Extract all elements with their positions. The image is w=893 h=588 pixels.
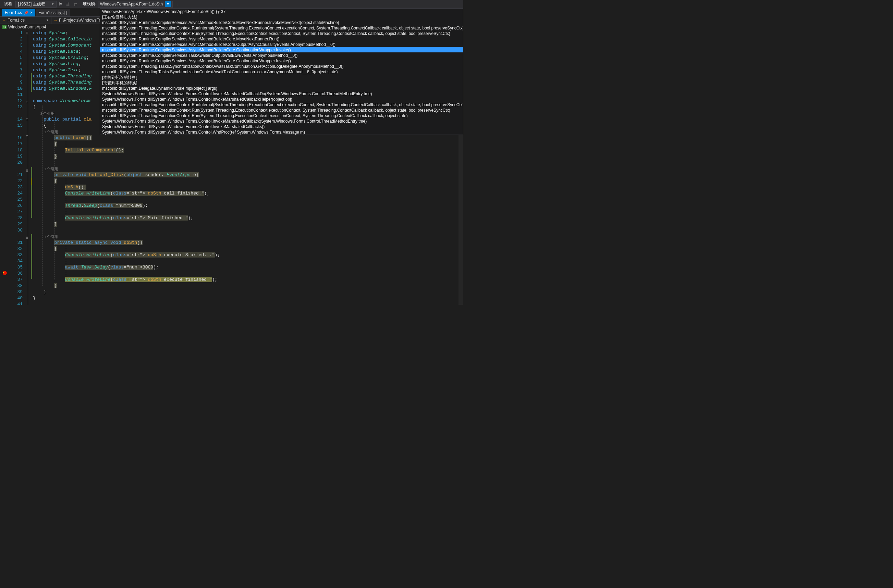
codelens-references[interactable]: 1 个引用 [33, 234, 463, 240]
line-number: 15 [10, 123, 23, 129]
line-number: 35 [10, 264, 23, 270]
chevron-down-icon: ▼ [46, 18, 49, 22]
callstack-frame[interactable]: [正在恢复异步方法] [100, 14, 463, 20]
callstack-frame[interactable]: System.Windows.Forms.dll!System.Windows.… [100, 129, 463, 135]
line-number: 1 [10, 30, 23, 36]
code-line[interactable]: private static async void doSth() [33, 240, 463, 246]
nav-left-text: Form1.cs [8, 18, 25, 22]
callstack-frame[interactable]: System.Windows.Forms.dll!System.Windows.… [100, 124, 463, 129]
nav-member-dropdown[interactable]: → F:\Projects\WindowsFor [51, 17, 105, 24]
code-line[interactable]: } [33, 221, 463, 227]
line-number: 17 [10, 141, 23, 147]
tab-form1-cs[interactable]: Form1.cs 📌 × [2, 9, 35, 16]
line-number: 36 [10, 270, 23, 277]
callstack-frame[interactable]: mscorlib.dll!System.Threading.ExecutionC… [100, 30, 463, 36]
callstack-frame[interactable]: mscorlib.dll!System.Threading.ExecutionC… [100, 112, 463, 118]
thread-dropdown[interactable]: [19632] 主线程 ▼ [15, 1, 57, 8]
code-line[interactable]: Console.WriteLine(class="str">"Main fini… [33, 215, 463, 221]
svg-text:C#: C# [3, 26, 6, 29]
callstack-frame[interactable]: System.Windows.Forms.dll!System.Windows.… [100, 118, 463, 124]
current-line-arrow-icon: ➤ [2, 270, 5, 276]
callstack-frame[interactable]: mscorlib.dll!System.Runtime.CompilerServ… [100, 47, 463, 52]
nav-right-text: F:\Projects\WindowsFor [59, 18, 102, 22]
line-number: 21 [10, 172, 23, 178]
line-number: 10 [10, 86, 23, 92]
code-line[interactable] [33, 258, 463, 264]
line-number: 38 [10, 283, 23, 289]
callstack-frame[interactable]: mscorlib.dll!System.Delegate.DynamicInvo… [100, 85, 463, 91]
thread-show-icon[interactable]: ⇄ [72, 1, 78, 7]
line-number: 27 [10, 209, 23, 215]
callstack-frame[interactable]: mscorlib.dll!System.Runtime.CompilerServ… [100, 20, 463, 25]
line-number: 37 [10, 277, 23, 283]
line-number: 26 [10, 203, 23, 209]
line-number: 20 [10, 160, 23, 166]
code-line[interactable]: } [33, 283, 463, 289]
callstack-frame[interactable]: mscorlib.dll!System.Runtime.CompilerServ… [100, 52, 463, 58]
line-number: 28 [10, 215, 23, 221]
callstack-frame[interactable]: System.Windows.Forms.dll!System.Windows.… [100, 91, 463, 96]
callstack-frame[interactable]: mscorlib.dll!System.Runtime.CompilerServ… [100, 36, 463, 41]
callstack-frame[interactable]: mscorlib.dll!System.Threading.ExecutionC… [100, 107, 463, 112]
callstack-frame[interactable]: [托管到本机的转换] [100, 80, 463, 85]
breakpoint-margin[interactable]: ➤ [0, 30, 10, 305]
line-number: 11 [10, 92, 23, 98]
line-number: 34 [10, 258, 23, 264]
line-number: 6 [10, 61, 23, 67]
line-number: 40 [10, 295, 23, 302]
thread-filter-icon[interactable]: ⇶ [65, 1, 71, 7]
callstack-dropdown-list[interactable]: WindowsFormsApp4.exe!WindowsFormsApp4.Fo… [100, 8, 463, 135]
code-line[interactable]: } [33, 295, 463, 302]
code-line[interactable] [33, 227, 463, 234]
pin-icon[interactable]: 📌 [24, 11, 28, 15]
callstack-frame[interactable]: mscorlib.dll!System.Runtime.CompilerServ… [100, 58, 463, 63]
code-line[interactable]: } [33, 153, 463, 160]
code-line[interactable]: Console.WriteLine(class="str">"doSth exe… [33, 277, 463, 283]
callstack-frame[interactable]: mscorlib.dll!System.Threading.Tasks.Sync… [100, 69, 463, 74]
code-line[interactable] [33, 209, 463, 215]
code-line[interactable]: doSth(); [33, 184, 463, 190]
code-line[interactable]: { [33, 178, 463, 184]
code-line[interactable] [33, 302, 463, 305]
hex-icon[interactable]: ⁝ [174, 1, 180, 7]
code-line[interactable]: public Form1() [33, 135, 463, 141]
callstack-frame[interactable]: WindowsFormsApp4.exe!WindowsFormsApp4.Fo… [100, 9, 463, 14]
close-icon[interactable]: × [30, 10, 33, 15]
callstack-frame[interactable]: mscorlib.dll!System.Threading.Tasks.Sync… [100, 63, 463, 69]
callstack-frame[interactable]: mscorlib.dll!System.Threading.ExecutionC… [100, 102, 463, 107]
line-number: 18 [10, 147, 23, 153]
line-number: 25 [10, 196, 23, 203]
callstack-frame[interactable]: mscorlib.dll!System.Threading.ExecutionC… [100, 25, 463, 30]
tab-form1-designer[interactable]: Form1.cs [设计] [36, 9, 70, 16]
line-number: 22 [10, 178, 23, 184]
code-line[interactable]: await Task.Delay(class="num">3000); [33, 264, 463, 270]
callstack-frame[interactable]: mscorlib.dll!System.Runtime.CompilerServ… [100, 41, 463, 47]
code-line[interactable]: Console.WriteLine(class="str">"doSth cal… [33, 190, 463, 196]
code-line[interactable]: Console.WriteLine(class="str">"doSth exe… [33, 252, 463, 258]
code-line[interactable]: } [33, 289, 463, 295]
code-line[interactable] [33, 160, 463, 166]
callstack-frame[interactable]: [本机到托管的转换] [100, 74, 463, 80]
code-line[interactable]: Thread.Sleep(class="num">5000); [33, 203, 463, 209]
stackframe-dropdown[interactable]: WindowsFormsApp4.Form1.doSth ▼ [98, 1, 173, 8]
code-line[interactable]: InitializeComponent(); [33, 147, 463, 153]
code-line[interactable] [33, 270, 463, 277]
line-number: 41 [10, 302, 23, 305]
line-number: 7 [10, 67, 23, 73]
codelens-references[interactable]: 1 个引用 [33, 166, 463, 172]
code-line[interactable]: private void button1_Click(object sender… [33, 172, 463, 178]
line-number: 32 [10, 246, 23, 252]
nav-class-dropdown[interactable]: → Form1.cs ▼ [0, 17, 51, 24]
code-line[interactable]: { [33, 246, 463, 252]
csharp-project-icon: C# [2, 25, 7, 30]
line-number: 3 [10, 42, 23, 49]
project-name: WindowsFormsApp4 [8, 25, 46, 30]
flag-icon[interactable]: ⚑ [57, 1, 63, 7]
chevron-down-icon: ▼ [165, 1, 171, 7]
debug-toolbar: 线程: [19632] 主线程 ▼ ⚑ ⇶ ⇄ 堆栈帧: WindowsForm… [0, 0, 463, 8]
code-line[interactable]: { [33, 141, 463, 147]
callstack-frame[interactable]: System.Windows.Forms.dll!System.Windows.… [100, 96, 463, 102]
arrow-icon: → [53, 18, 57, 22]
line-number: 9 [10, 80, 23, 86]
code-line[interactable] [33, 196, 463, 203]
